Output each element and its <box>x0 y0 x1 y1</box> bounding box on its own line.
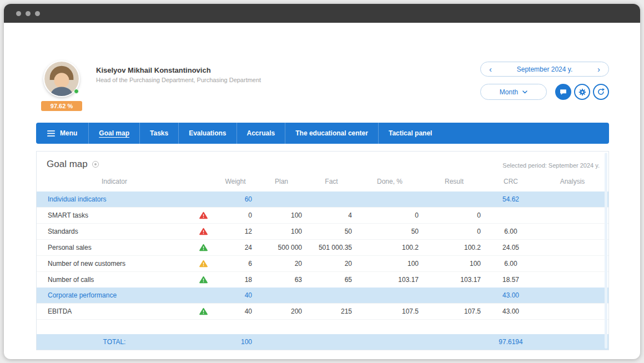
status-cell <box>192 208 214 224</box>
goal-map-table: Indicator Weight Plan Fact Done, % Resul… <box>37 173 608 350</box>
indicator-name[interactable]: Personal sales <box>37 240 192 256</box>
plan-value: 100 <box>256 224 306 240</box>
done-value: 0 <box>356 208 423 224</box>
refresh-button[interactable] <box>593 84 609 100</box>
indicator-name[interactable]: Individual indicators <box>37 191 192 208</box>
crc-value: 24.05 <box>485 240 536 256</box>
profile-position: Head of the Purchasing Department, Purch… <box>96 77 480 83</box>
col-header-result[interactable]: Result <box>423 173 485 191</box>
indicator-row[interactable]: Number of new customers620201001006.00 <box>37 256 608 272</box>
result-value: 100.2 <box>423 240 485 256</box>
nav-tab-label: Goal map <box>99 129 129 137</box>
col-header-done[interactable]: Done, % <box>356 173 423 191</box>
col-header-plan[interactable]: Plan <box>256 173 306 191</box>
period-prev-button[interactable]: ‹ <box>488 65 493 73</box>
selected-period-label: Selected period: September 2024 y. <box>502 159 600 169</box>
crc-value: 54.62 <box>485 191 536 208</box>
scrollbar[interactable] <box>605 153 607 349</box>
indicator-row[interactable]: SMART tasks0100400 <box>37 208 608 224</box>
status-cell <box>192 224 214 240</box>
status-cell <box>192 304 214 320</box>
nav-tab-goal-map[interactable]: Goal map <box>88 123 139 144</box>
col-header-weight[interactable]: Weight <box>214 173 256 191</box>
warning-green-icon <box>199 244 208 251</box>
fact-value: 50 <box>306 224 356 240</box>
refresh-icon <box>597 88 605 96</box>
chat-button[interactable] <box>555 84 571 100</box>
nav-tab-tasks[interactable]: Tasks <box>139 123 178 144</box>
weight-value: 0 <box>214 208 256 224</box>
fact-value <box>306 288 356 304</box>
indicator-name[interactable]: Number of calls <box>37 272 192 288</box>
indicator-name[interactable]: Standards <box>37 224 192 240</box>
crc-value: 43.00 <box>485 288 536 304</box>
warning-green-icon <box>199 307 208 315</box>
period-selector[interactable]: ‹ September 2024 y. › <box>480 62 609 77</box>
col-header-indicator[interactable]: Indicator <box>37 173 192 191</box>
empty-cell <box>356 334 423 350</box>
col-header-fact[interactable]: Fact <box>306 173 356 191</box>
period-next-button[interactable]: › <box>596 65 601 73</box>
indicator-name[interactable]: Corporate performance <box>37 288 192 304</box>
col-header-analysis[interactable]: Analysis <box>536 173 608 191</box>
nav-tab-accruals[interactable]: Accruals <box>237 123 285 144</box>
result-value: 0 <box>423 224 485 240</box>
col-header-crc[interactable]: CRC <box>485 173 536 191</box>
nav-tab-label: Tactical panel <box>389 129 432 137</box>
indicator-name[interactable]: EBITDA <box>37 304 192 320</box>
warning-yellow-icon <box>199 260 208 268</box>
app-window: 97.62 % Kiselyov Mikhail Konstantinovich… <box>4 4 640 359</box>
fact-value: 4 <box>306 208 356 224</box>
gear-icon <box>578 88 587 97</box>
warning-green-icon <box>199 276 208 284</box>
indicator-row[interactable]: EBITDA40200215107.5107.543.00 <box>37 304 608 320</box>
spacer-row <box>37 320 608 334</box>
analysis-cell <box>536 240 608 256</box>
window-control-dot[interactable] <box>16 11 21 16</box>
indicator-row[interactable]: Number of calls186365103.17103.1718.57 <box>37 272 608 288</box>
view-mode-dropdown[interactable]: Month <box>480 84 547 100</box>
window-control-dot[interactable] <box>35 11 40 16</box>
done-value: 100 <box>356 256 423 272</box>
total-crc-value: 97.6194 <box>485 334 536 350</box>
profile-name: Kiselyov Mikhail Konstantinovich <box>96 66 480 74</box>
indicator-row[interactable]: Personal sales24500 000501 000.35100.210… <box>37 240 608 256</box>
nav-tab-label: The educational center <box>295 129 368 137</box>
group-row[interactable]: Corporate performance4043.00 <box>37 288 608 304</box>
avatar[interactable] <box>44 62 79 96</box>
indicator-name[interactable]: Number of new customers <box>37 256 192 272</box>
plan-value <box>256 288 306 304</box>
fact-value: 215 <box>306 304 356 320</box>
window-control-dot[interactable] <box>26 11 31 16</box>
done-value <box>356 191 423 208</box>
result-value <box>423 288 485 304</box>
main-navbar: Menu Goal map Tasks Evaluations Accruals… <box>36 123 609 144</box>
target-icon <box>92 161 99 168</box>
action-icons <box>555 84 609 100</box>
panel-header: Goal map Selected period: September 2024… <box>37 152 608 173</box>
plan-value: 500 000 <box>256 240 306 256</box>
result-value: 0 <box>423 208 485 224</box>
chat-icon <box>560 89 567 95</box>
analysis-cell <box>536 224 608 240</box>
status-cell <box>192 256 214 272</box>
col-header-status <box>192 173 214 191</box>
indicator-name[interactable]: SMART tasks <box>37 208 192 224</box>
group-row[interactable]: Individual indicators6054.62 <box>37 191 608 208</box>
nav-tab-evaluations[interactable]: Evaluations <box>178 123 236 144</box>
indicator-row[interactable]: Standards12100505006.00 <box>37 224 608 240</box>
online-status-dot <box>74 89 79 94</box>
result-value: 107.5 <box>423 304 485 320</box>
nav-tab-tactical-panel[interactable]: Tactical panel <box>378 123 442 144</box>
spacer-cell <box>37 320 608 334</box>
warning-red-icon <box>199 228 208 235</box>
weight-value: 12 <box>214 224 256 240</box>
analysis-cell <box>536 304 608 320</box>
weight-value: 60 <box>214 191 256 208</box>
done-value <box>356 288 423 304</box>
period-label: September 2024 y. <box>517 65 573 73</box>
nav-tab-educational-center[interactable]: The educational center <box>285 123 378 144</box>
goal-table-footer: TOTAL: 100 97.6194 <box>37 320 608 350</box>
settings-button[interactable] <box>574 84 590 100</box>
nav-menu-button[interactable]: Menu <box>36 123 88 144</box>
